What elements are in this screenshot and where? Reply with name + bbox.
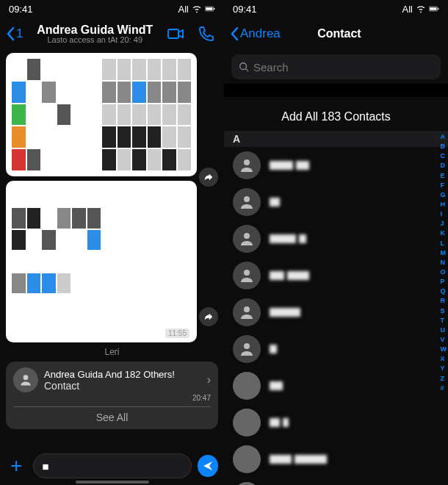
forward-icon [203, 172, 214, 182]
svg-point-14 [244, 343, 250, 349]
contact-row[interactable] [224, 257, 448, 294]
index-letter[interactable]: G [441, 190, 447, 199]
see-all-button[interactable]: See All [13, 406, 211, 423]
contact-name [270, 270, 309, 282]
status-bar: 09:41 All [224, 0, 448, 18]
index-bar[interactable]: ABCDEFGHIJKLMNOPQRSTUVWXYZ# [441, 132, 447, 392]
status-right: All [402, 4, 439, 15]
svg-point-4 [24, 375, 29, 380]
index-letter[interactable]: I [441, 209, 447, 218]
wifi-icon [192, 4, 202, 13]
phone-call-icon[interactable] [198, 25, 215, 43]
contact-row[interactable] [224, 184, 448, 220]
message-input[interactable] [33, 453, 192, 478]
contact-avatar [233, 372, 261, 400]
index-letter[interactable]: R [441, 296, 447, 305]
contact-card-avatar [13, 367, 38, 392]
person-icon [238, 193, 256, 211]
index-letter[interactable]: S [441, 306, 447, 315]
battery-icon [205, 4, 215, 13]
contact-avatar [233, 335, 261, 363]
search-container [224, 50, 448, 84]
index-letter[interactable]: Y [441, 364, 447, 373]
contact-row[interactable] [224, 147, 448, 184]
send-button[interactable] [198, 455, 219, 477]
contact-name [270, 380, 283, 392]
contact-row[interactable] [224, 478, 448, 485]
contact-card-sub: Contact [44, 380, 201, 392]
index-letter[interactable]: # [441, 384, 447, 392]
contact-share-card[interactable]: Andrea Guida And 182 Others! Contact › 2… [6, 362, 218, 429]
back-count: 1 [16, 26, 23, 41]
chevron-right-icon: › [207, 373, 211, 387]
index-letter[interactable]: M [441, 248, 447, 257]
index-letter[interactable]: T [441, 316, 447, 325]
contact-avatar [233, 482, 261, 485]
wifi-icon [416, 4, 426, 13]
contact-name [270, 233, 306, 245]
index-letter[interactable]: O [441, 267, 447, 276]
svg-rect-2 [214, 8, 214, 10]
date-separator: Leri [6, 347, 218, 357]
screen-title: Contact [281, 27, 398, 40]
index-letter[interactable]: J [441, 219, 447, 228]
message-bubble[interactable] [6, 53, 197, 176]
svg-point-11 [244, 233, 250, 239]
person-icon [238, 230, 256, 248]
index-letter[interactable]: A [441, 132, 447, 141]
index-letter[interactable]: C [441, 151, 447, 160]
contact-avatar [233, 409, 261, 436]
message-bubble[interactable]: 11:55 [6, 181, 197, 342]
index-letter[interactable]: P [441, 277, 447, 286]
contact-row[interactable] [224, 220, 448, 257]
contact-avatar [233, 188, 261, 216]
contact-name [270, 453, 327, 466]
contact-avatar [233, 262, 261, 290]
contact-row[interactable] [224, 331, 448, 367]
contact-row[interactable] [224, 404, 448, 441]
svg-rect-1 [206, 7, 212, 10]
contact-row[interactable] [224, 367, 448, 404]
contact-row[interactable] [224, 294, 448, 331]
back-button[interactable]: 1 [6, 26, 23, 41]
index-letter[interactable]: W [441, 345, 447, 353]
search-icon [239, 62, 249, 72]
index-letter[interactable]: Q [441, 287, 447, 295]
contact-name [270, 159, 309, 172]
forward-icon [203, 312, 214, 322]
chat-body[interactable]: 11:55 Leri Andrea Guida And 182 Others! … [0, 50, 224, 432]
search-input[interactable] [253, 61, 433, 73]
index-letter[interactable]: X [441, 354, 447, 363]
index-letter[interactable]: D [441, 161, 447, 170]
index-letter[interactable]: B [441, 142, 447, 151]
back-button[interactable]: Andrea [230, 26, 281, 41]
svg-point-10 [244, 196, 250, 202]
search-field[interactable] [231, 54, 441, 79]
index-letter[interactable]: K [441, 229, 447, 237]
carrier-label: All [402, 4, 413, 15]
header-title-col[interactable]: Andrea Guida WindT Lasto access an tAt 2… [23, 24, 167, 44]
contact-avatar [233, 151, 261, 179]
index-letter[interactable]: F [441, 181, 447, 190]
index-letter[interactable]: V [441, 335, 447, 344]
home-indicator[interactable] [76, 481, 149, 484]
svg-point-13 [244, 306, 250, 312]
index-letter[interactable]: U [441, 326, 447, 334]
contacts-header: Andrea Contact [224, 18, 448, 50]
forward-button[interactable] [199, 168, 218, 187]
forward-button[interactable] [199, 307, 218, 326]
index-letter[interactable]: Z [441, 374, 447, 383]
carrier-label: All [178, 4, 189, 15]
battery-icon [429, 4, 439, 13]
add-all-button[interactable]: Add All 183 Contacts [224, 97, 448, 131]
video-call-icon[interactable] [167, 25, 184, 43]
index-letter[interactable]: L [441, 239, 447, 248]
chevron-left-icon [230, 26, 239, 41]
index-letter[interactable]: E [441, 171, 447, 180]
index-letter[interactable]: N [441, 258, 447, 267]
index-letter[interactable]: H [441, 200, 447, 209]
contact-list[interactable] [224, 147, 448, 485]
attach-button[interactable]: + [6, 454, 27, 478]
contact-row[interactable] [224, 441, 448, 478]
person-icon [238, 303, 256, 321]
